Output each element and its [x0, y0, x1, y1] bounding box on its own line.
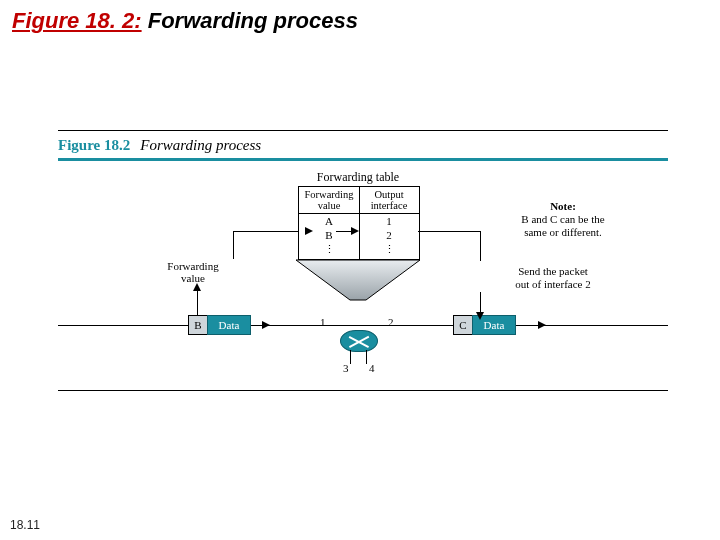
forwarding-table-left-row-0: A — [299, 214, 359, 228]
left-packet-data: Data — [207, 315, 251, 335]
router-port-3-stub — [350, 350, 351, 364]
note-line2: same or different. — [524, 226, 602, 238]
funnel-icon — [294, 258, 422, 302]
figure-caption-text: Forwarding process — [140, 137, 261, 153]
path-out-right-1 — [418, 231, 480, 232]
router-port-2-stub — [376, 325, 388, 326]
forwarding-table-label: Forwarding table — [303, 170, 413, 185]
forwarding-table-header-right: Output interface — [359, 187, 419, 214]
page-number: 18.11 — [10, 518, 40, 532]
forwarding-table-header-left-l2: value — [318, 200, 341, 211]
port-1-label: 1 — [320, 316, 326, 328]
figure-bottom-rule — [58, 390, 668, 391]
router-cross-icon — [341, 331, 377, 351]
path-b-across-to-table — [233, 231, 298, 232]
arrow-into-row-b-icon — [305, 227, 313, 235]
figure-caption-number: Figure 18.2 — [58, 137, 130, 153]
forwarding-table-right-row-1: 2 — [359, 228, 419, 242]
slide-title-figure-number: Figure 18. 2: — [12, 8, 142, 33]
router-port-1-stub — [328, 325, 340, 326]
figure-teal-rule — [58, 158, 668, 161]
left-packet-arrow-icon — [262, 321, 270, 329]
figure-top-rule — [58, 130, 668, 131]
row-b-to-output-arrow-icon — [351, 227, 359, 235]
send-packet-line1: Send the packet — [518, 265, 588, 277]
path-out-right-2 — [480, 231, 481, 261]
forwarding-table-header-right-l2: interface — [371, 200, 408, 211]
forwarding-table-right-row-0: 1 — [359, 214, 419, 228]
path-send-down — [480, 292, 481, 314]
path-b-up-arrow-icon — [193, 283, 201, 291]
note-line1: B and C can be the — [521, 213, 604, 225]
row-b-to-output-line — [336, 231, 352, 232]
forwarding-table-right-row-2: ⋮ — [359, 242, 419, 256]
port-2-label: 2 — [388, 316, 394, 328]
network-line — [58, 325, 668, 326]
forwarding-table-col-right: Output interface 1 2 ⋮ — [359, 187, 419, 259]
forwarding-table-header-right-l1: Output — [374, 189, 403, 200]
forwarding-table-header-left-l1: Forwarding — [305, 189, 354, 200]
forwarding-table-col-left: Forwarding value A B ⋮ — [299, 187, 360, 259]
router-icon — [340, 330, 378, 352]
send-packet-label: Send the packet out of interface 2 — [493, 265, 613, 290]
note-heading: Note: — [550, 200, 576, 212]
left-packet-tag: B — [188, 315, 208, 335]
slide-title-text: Forwarding process — [142, 8, 358, 33]
forwarding-table-header-left: Forwarding value — [299, 187, 359, 214]
send-packet-line2: out of interface 2 — [515, 278, 590, 290]
figure-area: Figure 18.2Forwarding process Forwarding… — [58, 130, 668, 420]
path-b-up — [197, 290, 198, 315]
note-box: Note: B and C can be the same or differe… — [498, 200, 628, 240]
figure-caption: Figure 18.2Forwarding process — [58, 137, 261, 154]
forwarding-value-label-l1: Forwarding — [167, 260, 218, 272]
path-send-down-arrow-icon — [476, 312, 484, 320]
svg-marker-0 — [296, 260, 420, 300]
forwarding-table-left-row-2: ⋮ — [299, 242, 359, 256]
router-port-4-stub — [366, 350, 367, 364]
port-3-label: 3 — [343, 362, 349, 374]
forwarding-value-label: Forwarding value — [158, 260, 228, 284]
right-packet-tag: C — [453, 315, 473, 335]
slide-title: Figure 18. 2: Forwarding process — [12, 8, 358, 34]
right-packet-arrow-icon — [538, 321, 546, 329]
port-4-label: 4 — [369, 362, 375, 374]
forwarding-table: Forwarding value A B ⋮ Output interface … — [298, 186, 420, 260]
path-b-corner-down — [233, 231, 234, 259]
